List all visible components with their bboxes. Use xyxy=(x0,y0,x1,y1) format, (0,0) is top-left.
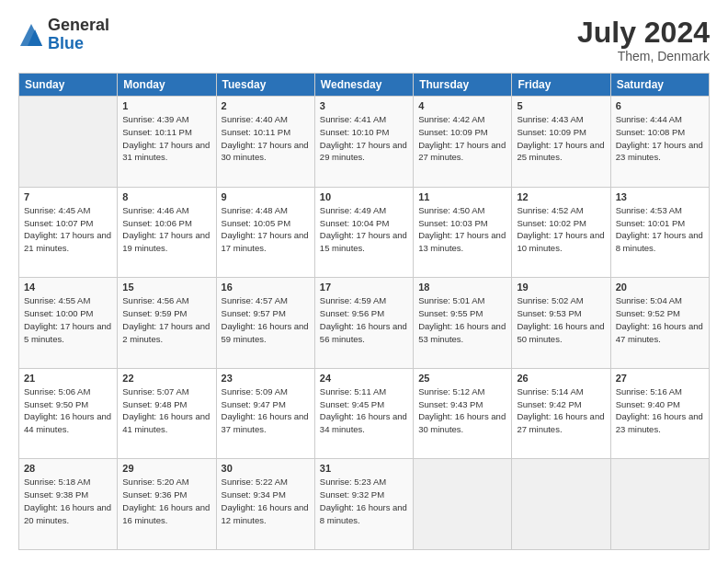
day-number: 9 xyxy=(222,191,310,202)
day-number: 7 xyxy=(24,191,112,202)
cell-content: Sunrise: 5:12 AMSunset: 9:43 PMDaylight:… xyxy=(418,385,506,436)
cell-content: Sunrise: 4:48 AMSunset: 10:05 PMDaylight… xyxy=(222,204,310,255)
day-number: 16 xyxy=(222,282,310,293)
week-row-2: 7Sunrise: 4:45 AMSunset: 10:07 PMDayligh… xyxy=(19,187,710,278)
cell-content: Sunrise: 5:07 AMSunset: 9:48 PMDaylight:… xyxy=(122,385,210,436)
cell-content: Sunrise: 5:22 AMSunset: 9:34 PMDaylight:… xyxy=(222,476,310,526)
title-block: July 2024 Them, Denmark xyxy=(577,17,710,63)
day-number: 25 xyxy=(418,373,506,384)
cell-1-5: 4Sunrise: 4:42 AMSunset: 10:09 PMDayligh… xyxy=(414,97,512,188)
day-number: 12 xyxy=(517,191,605,202)
cell-2-7: 13Sunrise: 4:53 AMSunset: 10:01 PMDaylig… xyxy=(610,187,709,278)
col-header-monday: Monday xyxy=(118,74,216,97)
day-number: 11 xyxy=(418,191,506,202)
col-header-friday: Friday xyxy=(512,74,610,97)
day-number: 3 xyxy=(320,100,408,111)
cell-2-1: 7Sunrise: 4:45 AMSunset: 10:07 PMDayligh… xyxy=(19,187,118,278)
calendar-page: General Blue July 2024 Them, Denmark Sun… xyxy=(0,0,728,563)
cell-1-6: 5Sunrise: 4:43 AMSunset: 10:09 PMDayligh… xyxy=(512,97,610,188)
day-number: 5 xyxy=(517,100,605,111)
cell-content: Sunrise: 4:39 AMSunset: 10:11 PMDaylight… xyxy=(122,113,210,164)
day-number: 6 xyxy=(616,100,704,111)
day-number: 27 xyxy=(616,373,704,384)
cell-4-5: 25Sunrise: 5:12 AMSunset: 9:43 PMDayligh… xyxy=(414,368,512,459)
calendar-subtitle: Them, Denmark xyxy=(577,49,710,63)
cell-content: Sunrise: 5:16 AMSunset: 9:40 PMDaylight:… xyxy=(616,385,704,436)
cell-content: Sunrise: 4:50 AMSunset: 10:03 PMDaylight… xyxy=(418,204,506,255)
cell-2-5: 11Sunrise: 4:50 AMSunset: 10:03 PMDaylig… xyxy=(414,187,512,278)
day-number: 21 xyxy=(24,373,112,384)
cell-2-2: 8Sunrise: 4:46 AMSunset: 10:06 PMDayligh… xyxy=(118,187,216,278)
cell-content: Sunrise: 5:01 AMSunset: 9:55 PMDaylight:… xyxy=(418,294,506,345)
cell-content: Sunrise: 4:43 AMSunset: 10:09 PMDaylight… xyxy=(517,113,605,164)
logo: General Blue xyxy=(18,17,109,53)
day-number: 14 xyxy=(24,282,112,293)
day-number: 17 xyxy=(320,282,408,293)
day-number: 15 xyxy=(122,282,210,293)
cell-1-4: 3Sunrise: 4:41 AMSunset: 10:10 PMDayligh… xyxy=(314,97,413,188)
cell-4-4: 24Sunrise: 5:11 AMSunset: 9:45 PMDayligh… xyxy=(314,368,413,459)
week-row-5: 28Sunrise: 5:18 AMSunset: 9:38 PMDayligh… xyxy=(19,459,710,550)
week-row-1: 1Sunrise: 4:39 AMSunset: 10:11 PMDayligh… xyxy=(19,97,710,188)
cell-3-1: 14Sunrise: 4:55 AMSunset: 10:00 PMDaylig… xyxy=(19,278,118,369)
day-number: 1 xyxy=(122,100,210,111)
cell-5-6 xyxy=(512,459,610,550)
day-number: 19 xyxy=(517,282,605,293)
cell-4-3: 23Sunrise: 5:09 AMSunset: 9:47 PMDayligh… xyxy=(216,368,314,459)
cell-content: Sunrise: 4:55 AMSunset: 10:00 PMDaylight… xyxy=(24,294,112,345)
cell-content: Sunrise: 4:46 AMSunset: 10:06 PMDaylight… xyxy=(122,204,210,255)
logo-text: General Blue xyxy=(48,17,109,53)
week-row-3: 14Sunrise: 4:55 AMSunset: 10:00 PMDaylig… xyxy=(19,278,710,369)
day-number: 24 xyxy=(320,373,408,384)
col-header-saturday: Saturday xyxy=(610,74,709,97)
logo-icon xyxy=(18,22,44,48)
header: General Blue July 2024 Them, Denmark xyxy=(18,17,710,63)
cell-content: Sunrise: 4:40 AMSunset: 10:11 PMDaylight… xyxy=(222,113,310,164)
cell-3-2: 15Sunrise: 4:56 AMSunset: 9:59 PMDayligh… xyxy=(118,278,216,369)
cell-content: Sunrise: 5:20 AMSunset: 9:36 PMDaylight:… xyxy=(122,476,210,526)
cell-4-7: 27Sunrise: 5:16 AMSunset: 9:40 PMDayligh… xyxy=(610,368,709,459)
cell-5-4: 31Sunrise: 5:23 AMSunset: 9:32 PMDayligh… xyxy=(314,459,413,550)
cell-content: Sunrise: 5:04 AMSunset: 9:52 PMDaylight:… xyxy=(616,294,704,345)
day-number: 20 xyxy=(616,282,704,293)
cell-content: Sunrise: 4:57 AMSunset: 9:57 PMDaylight:… xyxy=(222,294,310,345)
cell-2-4: 10Sunrise: 4:49 AMSunset: 10:04 PMDaylig… xyxy=(314,187,413,278)
cell-2-3: 9Sunrise: 4:48 AMSunset: 10:05 PMDayligh… xyxy=(216,187,314,278)
col-header-tuesday: Tuesday xyxy=(216,74,314,97)
cell-1-7: 6Sunrise: 4:44 AMSunset: 10:08 PMDayligh… xyxy=(610,97,709,188)
cell-content: Sunrise: 4:56 AMSunset: 9:59 PMDaylight:… xyxy=(122,294,210,345)
col-header-thursday: Thursday xyxy=(414,74,512,97)
col-header-wednesday: Wednesday xyxy=(314,74,413,97)
cell-5-7 xyxy=(610,459,709,550)
cell-content: Sunrise: 5:23 AMSunset: 9:32 PMDaylight:… xyxy=(320,476,408,526)
cell-content: Sunrise: 4:42 AMSunset: 10:09 PMDaylight… xyxy=(418,113,506,164)
cell-5-3: 30Sunrise: 5:22 AMSunset: 9:34 PMDayligh… xyxy=(216,459,314,550)
day-number: 22 xyxy=(122,373,210,384)
day-number: 31 xyxy=(320,463,408,474)
day-number: 29 xyxy=(122,463,210,474)
cell-3-4: 17Sunrise: 4:59 AMSunset: 9:56 PMDayligh… xyxy=(314,278,413,369)
day-number: 2 xyxy=(222,100,310,111)
day-number: 4 xyxy=(418,100,506,111)
cell-content: Sunrise: 4:49 AMSunset: 10:04 PMDaylight… xyxy=(320,204,408,255)
cell-3-6: 19Sunrise: 5:02 AMSunset: 9:53 PMDayligh… xyxy=(512,278,610,369)
cell-content: Sunrise: 5:02 AMSunset: 9:53 PMDaylight:… xyxy=(517,294,605,345)
cell-4-1: 21Sunrise: 5:06 AMSunset: 9:50 PMDayligh… xyxy=(19,368,118,459)
day-number: 13 xyxy=(616,191,704,202)
day-number: 10 xyxy=(320,191,408,202)
cell-1-1 xyxy=(19,97,118,188)
cell-content: Sunrise: 4:41 AMSunset: 10:10 PMDaylight… xyxy=(320,113,408,164)
calendar-title: July 2024 xyxy=(577,17,710,49)
day-number: 30 xyxy=(222,463,310,474)
cell-3-7: 20Sunrise: 5:04 AMSunset: 9:52 PMDayligh… xyxy=(610,278,709,369)
cell-content: Sunrise: 4:59 AMSunset: 9:56 PMDaylight:… xyxy=(320,294,408,345)
cell-content: Sunrise: 5:06 AMSunset: 9:50 PMDaylight:… xyxy=(24,385,112,436)
cell-1-3: 2Sunrise: 4:40 AMSunset: 10:11 PMDayligh… xyxy=(216,97,314,188)
cell-content: Sunrise: 5:09 AMSunset: 9:47 PMDaylight:… xyxy=(222,385,310,436)
cell-3-3: 16Sunrise: 4:57 AMSunset: 9:57 PMDayligh… xyxy=(216,278,314,369)
cell-1-2: 1Sunrise: 4:39 AMSunset: 10:11 PMDayligh… xyxy=(118,97,216,188)
week-row-4: 21Sunrise: 5:06 AMSunset: 9:50 PMDayligh… xyxy=(19,368,710,459)
day-number: 23 xyxy=(222,373,310,384)
cell-content: Sunrise: 4:52 AMSunset: 10:02 PMDaylight… xyxy=(517,204,605,255)
day-number: 26 xyxy=(517,373,605,384)
